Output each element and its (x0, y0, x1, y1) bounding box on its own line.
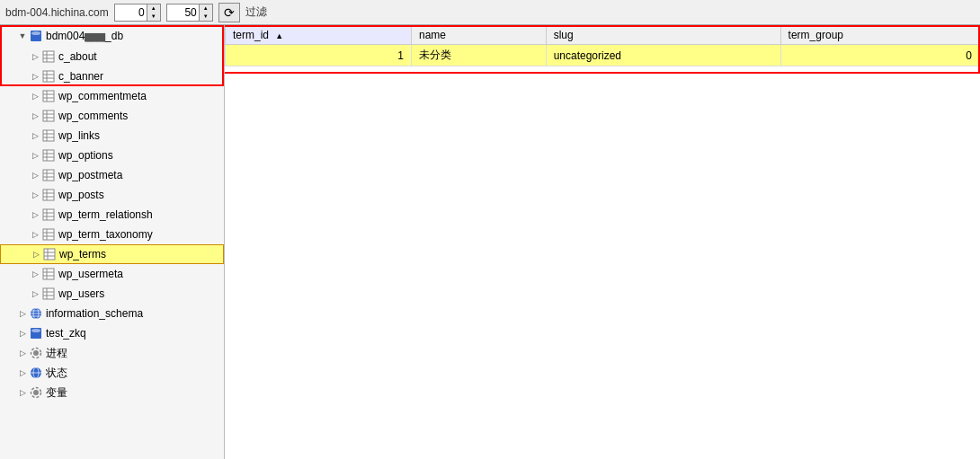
sidebar-item-c_banner[interactable]: ▷ c_banner (0, 66, 224, 86)
host-label: bdm-004.hichina.com (5, 6, 109, 19)
svg-rect-30 (43, 190, 54, 200)
label-wp_users: wp_users (58, 287, 104, 300)
db-icon-test_zkq (29, 326, 43, 340)
expand-arrow-wp_posts: ▷ (29, 189, 41, 201)
expand-arrow-wp_usermeta: ▷ (29, 268, 41, 280)
svg-point-61 (33, 350, 39, 356)
sidebar-item-wp_links[interactable]: ▷ wp_links (0, 126, 224, 146)
table-icon-wp_posts (41, 188, 56, 202)
svg-rect-22 (43, 150, 54, 161)
svg-point-1 (31, 31, 40, 35)
sidebar-item-variables[interactable]: ▷ 变量 (0, 383, 224, 402)
gear-icon-process (29, 346, 43, 360)
svg-rect-18 (43, 130, 54, 141)
expand-arrow-wp_term_taxonomy: ▷ (29, 228, 41, 241)
label-wp_terms: wp_terms (59, 248, 106, 260)
expand-arrow-c_about: ▷ (29, 50, 41, 63)
table-header-row: term_id ▲ name slug term_group (226, 26, 980, 45)
sidebar-item-c_about[interactable]: ▷ c_about (0, 47, 224, 66)
label-status: 状态 (46, 366, 67, 381)
expand-arrow-process: ▷ (16, 347, 29, 359)
db-icon (29, 29, 43, 43)
expand-arrow-wp_links: ▷ (29, 129, 41, 142)
sidebar-item-wp_postmeta[interactable]: ▷ wp_postmeta (0, 165, 224, 185)
refresh-button[interactable]: ⟳ (218, 3, 240, 22)
table-icon-wp_links (41, 128, 56, 143)
offset-input[interactable] (115, 4, 147, 21)
table-icon-wp_term_taxonomy (41, 227, 56, 242)
sidebar-item-wp_term_relationsh[interactable]: ▷ wp_term_relationsh (0, 205, 224, 225)
expand-arrow-test_zkq: ▷ (16, 327, 29, 340)
sidebar-item-status[interactable]: ▷ 状态 (0, 363, 224, 383)
svg-rect-34 (43, 209, 54, 220)
sidebar-item-wp_term_taxonomy[interactable]: ▷ wp_term_taxonomy (0, 225, 224, 244)
label-wp_commentmeta: wp_commentmeta (58, 90, 147, 102)
svg-point-66 (33, 390, 39, 395)
limit-down-button[interactable]: ▼ (200, 13, 212, 21)
sidebar-item-db-root[interactable]: ▼ bdm004████_db (0, 25, 224, 47)
svg-rect-14 (43, 110, 54, 121)
col-term_group[interactable]: term_group (780, 26, 979, 45)
cell-term_id: 1 (226, 45, 412, 66)
main-content: ▼ bdm004████_db ▷ c_about (0, 25, 980, 459)
label-wp_posts: wp_posts (58, 189, 104, 201)
col-name[interactable]: name (411, 26, 546, 45)
cell-term_group: 0 (780, 45, 979, 66)
label-variables: 变量 (46, 385, 67, 401)
table-icon-wp_users (41, 287, 56, 301)
globe-icon-information_schema (29, 306, 43, 321)
filter-label: 过滤 (245, 4, 267, 20)
gear-icon-variables (29, 385, 43, 400)
limit-input[interactable] (167, 4, 199, 21)
svg-rect-6 (43, 71, 54, 82)
table-icon-wp_term_relationsh (41, 207, 56, 222)
sidebar-item-wp_commentmeta[interactable]: ▷ wp_commentmeta (0, 86, 224, 106)
label-wp_options: wp_options (58, 149, 113, 162)
col-term_group-label: term_group (788, 29, 843, 41)
sidebar-item-information_schema[interactable]: ▷ information_schema (0, 304, 224, 323)
table-icon-wp_comments (41, 109, 56, 123)
table-row[interactable]: 1 未分类 uncategorized 0 (226, 45, 980, 66)
globe-icon-status (29, 366, 43, 380)
sidebar: ▼ bdm004████_db ▷ c_about (0, 25, 225, 459)
data-table: term_id ▲ name slug term_group 1 (225, 25, 980, 66)
sidebar-item-wp_options[interactable]: ▷ wp_options (0, 146, 224, 165)
col-slug-label: slug (554, 29, 574, 41)
sidebar-item-wp_usermeta[interactable]: ▷ wp_usermeta (0, 264, 224, 284)
offset-spinner[interactable]: ▲ ▼ (114, 4, 161, 22)
sidebar-item-wp_posts[interactable]: ▷ wp_posts (0, 185, 224, 205)
col-term_id[interactable]: term_id ▲ (226, 26, 412, 45)
table-icon-wp_options (41, 148, 56, 163)
col-slug[interactable]: slug (546, 26, 780, 45)
offset-down-button[interactable]: ▼ (147, 13, 160, 21)
data-panel: term_id ▲ name slug term_group 1 (225, 25, 980, 459)
label-wp_links: wp_links (58, 129, 100, 142)
expand-arrow-variables: ▷ (16, 386, 29, 399)
label-wp_comments: wp_comments (58, 110, 128, 122)
col-term_id-label: term_id (233, 29, 269, 41)
sidebar-item-wp_users[interactable]: ▷ wp_users (0, 284, 224, 304)
limit-spinner[interactable]: ▲ ▼ (166, 4, 213, 22)
expand-arrow-wp_postmeta: ▷ (29, 169, 41, 181)
label-wp_term_relationsh: wp_term_relationsh (58, 208, 153, 221)
table-icon-c_banner (41, 69, 56, 84)
limit-up-button[interactable]: ▲ (200, 4, 212, 13)
table-icon-wp_commentmeta (41, 89, 56, 103)
toolbar: bdm-004.hichina.com ▲ ▼ ▲ ▼ ⟳ 过滤 (0, 0, 980, 25)
svg-rect-2 (43, 51, 54, 62)
svg-rect-42 (44, 249, 55, 260)
sidebar-item-process[interactable]: ▷ 进程 (0, 343, 224, 363)
offset-up-button[interactable]: ▲ (147, 4, 160, 13)
expand-arrow-wp_comments: ▷ (29, 110, 41, 122)
offset-spinner-buttons: ▲ ▼ (147, 4, 160, 21)
sidebar-item-test_zkq[interactable]: ▷ test_zkq (0, 323, 224, 343)
sidebar-item-wp_comments[interactable]: ▷ wp_comments (0, 106, 224, 126)
expand-arrow-db: ▼ (16, 30, 29, 42)
expand-arrow-wp_terms: ▷ (30, 248, 42, 260)
cell-name: 未分类 (411, 45, 546, 66)
label-wp_usermeta: wp_usermeta (58, 268, 123, 280)
label-information_schema: information_schema (46, 307, 143, 320)
svg-rect-10 (43, 91, 54, 102)
sidebar-item-wp_terms[interactable]: ▷ wp_terms (0, 244, 224, 264)
col-name-label: name (419, 29, 446, 41)
